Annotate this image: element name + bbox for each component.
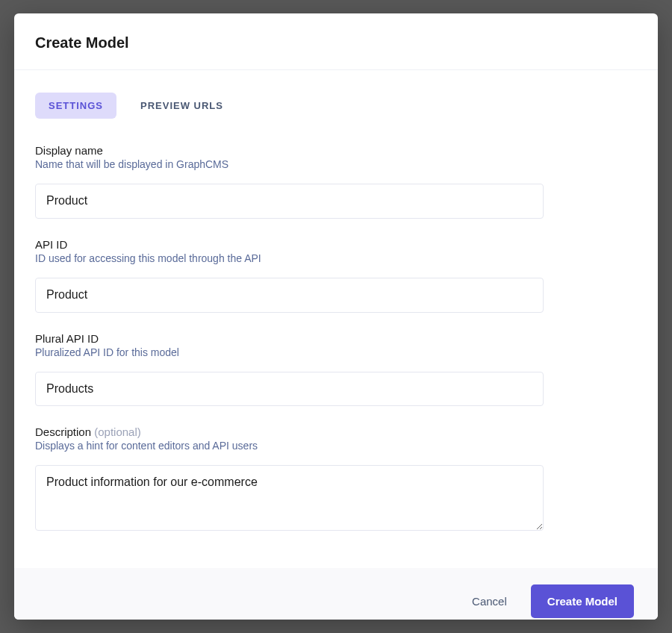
description-input[interactable] bbox=[35, 465, 544, 531]
modal-body: SETTINGS PREVIEW URLS Display name Name … bbox=[14, 70, 658, 568]
tabs: SETTINGS PREVIEW URLS bbox=[35, 93, 637, 119]
field-display-name: Display name Name that will be displayed… bbox=[35, 144, 637, 219]
field-description: Description (optional) Displays a hint f… bbox=[35, 425, 637, 534]
plural-api-id-input[interactable] bbox=[35, 372, 544, 407]
field-plural-api-id: Plural API ID Pluralized API ID for this… bbox=[35, 332, 637, 407]
modal-header: Create Model bbox=[14, 13, 658, 70]
display-name-label: Display name bbox=[35, 144, 637, 157]
tab-preview-urls[interactable]: PREVIEW URLS bbox=[127, 93, 237, 119]
modal-title: Create Model bbox=[35, 34, 637, 52]
create-model-button[interactable]: Create Model bbox=[531, 584, 634, 618]
field-api-id: API ID ID used for accessing this model … bbox=[35, 238, 637, 313]
description-label: Description (optional) bbox=[35, 425, 637, 438]
description-optional: (optional) bbox=[94, 425, 141, 438]
plural-api-id-hint: Pluralized API ID for this model bbox=[35, 346, 637, 358]
api-id-hint: ID used for accessing this model through… bbox=[35, 252, 637, 264]
display-name-hint: Name that will be displayed in GraphCMS bbox=[35, 158, 637, 170]
create-model-modal: Create Model SETTINGS PREVIEW URLS Displ… bbox=[14, 13, 658, 620]
api-id-input[interactable] bbox=[35, 278, 544, 313]
modal-footer: Cancel Create Model bbox=[14, 568, 658, 620]
tab-settings[interactable]: SETTINGS bbox=[35, 93, 116, 119]
display-name-input[interactable] bbox=[35, 184, 544, 219]
api-id-label: API ID bbox=[35, 238, 637, 251]
description-hint: Displays a hint for content editors and … bbox=[35, 440, 637, 452]
cancel-button[interactable]: Cancel bbox=[469, 589, 510, 614]
plural-api-id-label: Plural API ID bbox=[35, 332, 637, 345]
